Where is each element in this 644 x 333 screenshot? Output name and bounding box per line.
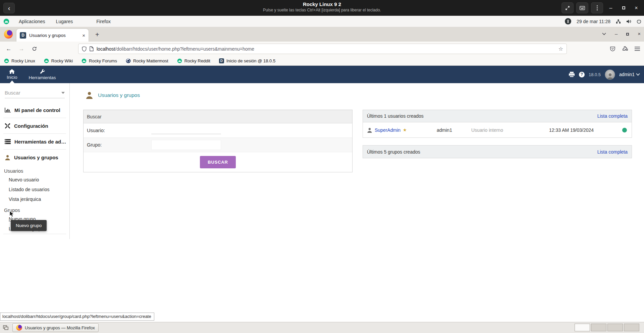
rocky-icon (177, 58, 182, 63)
search-submit-button[interactable]: BUSCAR (200, 156, 235, 168)
active-app-menu[interactable]: Firefox (95, 18, 112, 25)
firefox-icon[interactable] (4, 30, 13, 39)
nav-forward-button[interactable]: → (16, 44, 27, 54)
extensions-puzzle-icon[interactable] (622, 46, 628, 52)
url-path: /dolibarr/htdocs/user/home.php?leftmenu=… (115, 46, 254, 52)
search-placeholder: Buscar (5, 90, 20, 96)
window-maximize-button[interactable] (626, 31, 629, 37)
vm-title-block: Rocky Linux 9 2 Pulse y suelte las tecla… (0, 1, 644, 12)
workspace-3[interactable] (607, 324, 623, 331)
bookmarks-bar: Rocky Linux Rocky Wiki Rocky Forums Rock… (0, 56, 644, 66)
vm-minimize-button[interactable]: – (606, 2, 616, 13)
link-hierarchy[interactable]: Vista jerárquica (0, 195, 69, 204)
vm-menu-button[interactable] (591, 2, 603, 13)
network-icon[interactable] (616, 19, 621, 24)
vm-title: Rocky Linux 9 2 (0, 1, 644, 7)
places-menu[interactable]: Lugares (55, 18, 74, 25)
last-users-box: Últimos 1 usuarios creados Lista complet… (363, 110, 632, 138)
bookmark-rocky-mattermost[interactable]: Rocky Mattermost (126, 58, 168, 63)
home-icon (9, 69, 15, 74)
show-desktop-button[interactable] (2, 324, 10, 332)
volume-icon[interactable] (626, 19, 631, 24)
link-new-user[interactable]: Nuevo usuario (0, 175, 69, 185)
tools-icon (5, 123, 10, 129)
search-select[interactable]: Buscar (5, 90, 65, 98)
group-search-input[interactable] (151, 140, 221, 150)
keyboard-icon (580, 6, 585, 10)
sidebar-item-users-groups[interactable]: Usuarios y grupos (0, 150, 69, 165)
print-icon[interactable] (569, 72, 575, 77)
sidebar-item-label: Herramientas de ad… (14, 139, 66, 145)
restore-icon (626, 33, 629, 36)
applications-menu[interactable]: Aplicaciones (17, 18, 47, 25)
vm-fullscreen-button[interactable] (561, 2, 574, 13)
accessibility-icon[interactable] (565, 18, 571, 24)
shield-icon[interactable] (82, 46, 87, 52)
url-text[interactable]: localhost/dolibarr/htdocs/user/home.php?… (97, 46, 555, 52)
link-list-users[interactable]: Listado de usuarios (0, 185, 69, 195)
user-name-link[interactable]: SuperAdmin (375, 127, 400, 133)
user-menu[interactable]: admin1 (619, 72, 639, 77)
help-icon[interactable]: ? (579, 72, 585, 77)
hamburger-menu-icon[interactable] (635, 47, 640, 51)
bookmark-rocky-forums[interactable]: Rocky Forums (82, 58, 117, 63)
sidebar-item-dashboard[interactable]: Mi panel de control (0, 102, 69, 118)
menu-tab-tools[interactable]: Herramientas (26, 66, 59, 83)
close-icon: × (635, 5, 638, 11)
divider (3, 234, 66, 234)
bookmark-label: Rocky Mattermost (133, 58, 168, 63)
nav-reload-button[interactable] (29, 44, 40, 54)
power-icon[interactable] (637, 19, 641, 24)
status-enabled-dot[interactable] (622, 128, 627, 132)
taskbar-window-button[interactable]: Usuarios y grupos — Mozilla Firefox (12, 323, 99, 332)
tab-close-icon[interactable]: × (82, 33, 85, 38)
dolibarr-favicon: D (20, 32, 26, 39)
sidebar-item-label: Mi panel de control (14, 107, 60, 113)
full-list-link[interactable]: Lista completa (597, 113, 628, 119)
window-close-button[interactable]: × (638, 31, 641, 37)
workspace-2[interactable] (591, 324, 606, 331)
distro-logo-icon (3, 18, 9, 24)
page-info-icon[interactable] (90, 46, 94, 51)
window-minimize-button[interactable]: – (615, 31, 618, 37)
pocket-icon[interactable] (610, 46, 615, 52)
full-list-link[interactable]: Lista completa (597, 149, 628, 155)
user-search-input[interactable] (151, 127, 221, 134)
bookmark-label: Rocky Forums (89, 58, 117, 63)
vm-maximize-button[interactable] (619, 2, 629, 13)
username-label: admin1 (619, 72, 635, 77)
sidebar-item-label: Usuarios y grupos (14, 155, 58, 160)
taskbar-window-title: Usuarios y grupos — Mozilla Firefox (25, 325, 95, 330)
workspace-1[interactable] (575, 324, 590, 331)
workspace-4[interactable] (624, 324, 639, 331)
vm-titlebar: ‹ Rocky Linux 9 2 Pulse y suelte las tec… (0, 0, 644, 16)
bookmark-label: Rocky Wiki (51, 58, 73, 63)
nav-back-button[interactable]: ← (3, 44, 14, 54)
bookmark-rocky-wiki[interactable]: Rocky Wiki (44, 58, 73, 63)
url-bar[interactable]: localhost/dolibarr/htdocs/user/home.php?… (78, 44, 567, 54)
vm-close-button[interactable]: × (631, 2, 641, 13)
sidebar-item-setup[interactable]: Configuración (0, 118, 69, 133)
page-title: Usuarios y grupos (98, 92, 140, 98)
user-login: admin1 (437, 127, 471, 133)
vm-keyboard-button[interactable] (576, 2, 588, 13)
user-avatar[interactable] (605, 69, 615, 80)
new-tab-button[interactable]: + (95, 31, 99, 39)
sidebar-item-admin-tools[interactable]: Herramientas de ad… (0, 134, 69, 149)
bookmark-star-icon[interactable]: ☆ (558, 46, 563, 52)
last-groups-box: Últimos 5 grupos creados Lista completa (363, 145, 632, 158)
rocky-icon (4, 58, 9, 63)
clock[interactable]: 29 de mar 11:28 (577, 19, 610, 24)
browser-tab[interactable]: D Usuarios y grupos × (16, 29, 89, 42)
bookmark-rocky-linux[interactable]: Rocky Linux (4, 58, 35, 63)
screen: ‹ Rocky Linux 9 2 Pulse y suelte las tec… (0, 0, 644, 333)
list-tabs-icon[interactable] (602, 33, 606, 35)
menu-tab-home[interactable]: Inicio (4, 66, 20, 83)
user-type: Usuario interno (471, 127, 549, 133)
user-field-label: Usuario: (87, 128, 151, 133)
last-users-title: Últimos 1 usuarios creados (367, 113, 424, 119)
bookmark-rocky-reddit[interactable]: Rocky Reddit (177, 58, 210, 63)
bookmark-dolibarr-login[interactable]: DInicio de sesión @ 18.0.5 (219, 58, 275, 63)
dolibarr-favicon: D (219, 58, 224, 63)
last-groups-title: Últimos 5 grupos creados (367, 149, 420, 155)
